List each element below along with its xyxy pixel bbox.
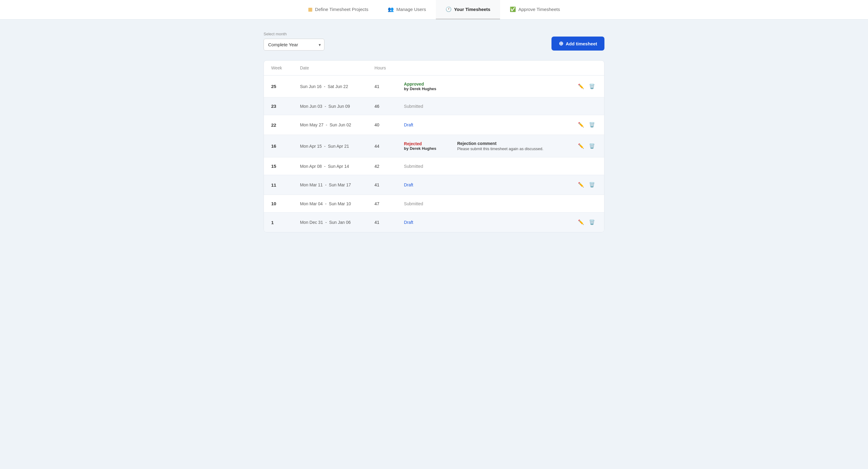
- cell-comment: [450, 97, 564, 115]
- cell-date: Mon Mar 04 - Sun Mar 10: [293, 195, 367, 212]
- cell-comment: [450, 175, 564, 195]
- cell-week: 10: [264, 195, 293, 212]
- status-submitted: Submitted: [404, 201, 442, 206]
- cell-week: 22: [264, 115, 293, 135]
- cell-actions: ✏️ 🗑️: [564, 76, 604, 97]
- tab-define-timesheet-projects[interactable]: ▦ Define Timesheet Projects: [298, 0, 378, 20]
- cell-hours: 42: [367, 157, 397, 175]
- cell-actions: [564, 195, 604, 212]
- controls-row: Select month Complete Year January Febru…: [264, 32, 604, 51]
- cell-hours: 47: [367, 195, 397, 212]
- tab-approve-timesheets[interactable]: ✅ Approve Timesheets: [500, 0, 570, 20]
- edit-button[interactable]: ✏️: [576, 181, 586, 188]
- delete-button[interactable]: 🗑️: [587, 121, 597, 128]
- rejection-comment-title: Rejection comment: [457, 141, 496, 146]
- cell-week: 23: [264, 97, 293, 115]
- grid-icon: ▦: [308, 6, 313, 12]
- rejection-comment-body: Please submit this timesheet again as di…: [457, 146, 557, 151]
- cell-status: Submitted: [397, 97, 450, 115]
- table-body: 25 Sun Jun 16 - Sat Jun 22 41 Approvedby…: [264, 76, 604, 232]
- tab-manage-users[interactable]: 👥 Manage Users: [378, 0, 436, 20]
- status-draft: Draft: [404, 122, 442, 127]
- col-header-status: [397, 61, 450, 76]
- delete-button[interactable]: 🗑️: [587, 219, 597, 226]
- cell-hours: 41: [367, 175, 397, 195]
- tab-approve-label: Approve Timesheets: [518, 7, 560, 12]
- status-rejected: Rejected: [404, 141, 442, 146]
- add-timesheet-label: Add timesheet: [566, 41, 597, 46]
- cell-date: Mon Jun 03 - Sun Jun 09: [293, 97, 367, 115]
- cell-date: Mon Apr 08 - Sun Apr 14: [293, 157, 367, 175]
- month-select[interactable]: Complete Year January February March Apr…: [264, 39, 324, 51]
- table-row: 1 Mon Dec 31 - Sun Jan 06 41 Draft ✏️ 🗑️: [264, 212, 604, 232]
- cell-week: 25: [264, 76, 293, 97]
- col-header-hours: Hours: [367, 61, 397, 76]
- rejection-comment: Rejection comment Please submit this tim…: [457, 141, 557, 151]
- col-header-week: Week: [264, 61, 293, 76]
- edit-button[interactable]: ✏️: [576, 121, 586, 128]
- edit-button[interactable]: ✏️: [576, 143, 586, 150]
- cell-week: 11: [264, 175, 293, 195]
- cell-status: Submitted: [397, 157, 450, 175]
- cell-week: 15: [264, 157, 293, 175]
- cell-comment: [450, 157, 564, 175]
- col-header-comment: [450, 61, 564, 76]
- cell-date: Mon Dec 31 - Sun Jan 06: [293, 212, 367, 232]
- cell-week: 16: [264, 135, 293, 157]
- col-header-date: Date: [293, 61, 367, 76]
- delete-button[interactable]: 🗑️: [587, 181, 597, 188]
- cell-status: Rejectedby Derek Hughes: [397, 135, 450, 157]
- users-icon: 👥: [388, 6, 394, 12]
- tab-your-label: Your Timesheets: [454, 7, 491, 12]
- top-navigation: ▦ Define Timesheet Projects 👥 Manage Use…: [0, 0, 868, 20]
- check-icon: ✅: [510, 6, 516, 12]
- edit-button[interactable]: ✏️: [576, 219, 586, 226]
- cell-actions: ✏️ 🗑️: [564, 175, 604, 195]
- cell-actions: [564, 97, 604, 115]
- table-row: 22 Mon May 27 - Sun Jun 02 40 Draft ✏️ 🗑…: [264, 115, 604, 135]
- cell-date: Mon Apr 15 - Sun Apr 21: [293, 135, 367, 157]
- status-draft: Draft: [404, 182, 442, 187]
- delete-button[interactable]: 🗑️: [587, 83, 597, 90]
- cell-comment: [450, 195, 564, 212]
- approved-by: by Derek Hughes: [404, 87, 442, 91]
- add-timesheet-icon: ⊕: [559, 40, 563, 47]
- cell-status: Submitted: [397, 195, 450, 212]
- table-row: 25 Sun Jun 16 - Sat Jun 22 41 Approvedby…: [264, 76, 604, 97]
- cell-hours: 41: [367, 76, 397, 97]
- cell-date: Sun Jun 16 - Sat Jun 22: [293, 76, 367, 97]
- month-select-group: Select month Complete Year January Febru…: [264, 32, 324, 51]
- cell-status: Approvedby Derek Hughes: [397, 76, 450, 97]
- cell-hours: 44: [367, 135, 397, 157]
- table-header-row: Week Date Hours: [264, 61, 604, 76]
- cell-date: Mon May 27 - Sun Jun 02: [293, 115, 367, 135]
- cell-actions: ✏️ 🗑️: [564, 135, 604, 157]
- timesheets-table: Week Date Hours 25 Sun Jun 16 - Sat Jun …: [264, 61, 604, 232]
- select-wrapper: Complete Year January February March Apr…: [264, 39, 324, 51]
- main-content: Select month Complete Year January Febru…: [251, 20, 617, 244]
- timesheets-table-container: Week Date Hours 25 Sun Jun 16 - Sat Jun …: [264, 60, 604, 232]
- cell-date: Mon Mar 11 - Sun Mar 17: [293, 175, 367, 195]
- tab-your-timesheets[interactable]: 🕐 Your Timesheets: [436, 0, 500, 20]
- cell-comment: [450, 212, 564, 232]
- status-draft: Draft: [404, 220, 442, 225]
- edit-button[interactable]: ✏️: [576, 83, 586, 90]
- clock-icon: 🕐: [445, 6, 452, 12]
- cell-actions: ✏️ 🗑️: [564, 212, 604, 232]
- delete-button[interactable]: 🗑️: [587, 143, 597, 150]
- cell-comment: [450, 76, 564, 97]
- select-month-label: Select month: [264, 32, 324, 36]
- cell-status: Draft: [397, 115, 450, 135]
- status-approved: Approved: [404, 82, 442, 87]
- status-submitted: Submitted: [404, 164, 442, 169]
- add-timesheet-button[interactable]: ⊕ Add timesheet: [552, 36, 604, 51]
- tab-define-label: Define Timesheet Projects: [315, 7, 368, 12]
- cell-actions: [564, 157, 604, 175]
- cell-actions: ✏️ 🗑️: [564, 115, 604, 135]
- table-row: 23 Mon Jun 03 - Sun Jun 09 46 Submitted: [264, 97, 604, 115]
- cell-comment: Rejection comment Please submit this tim…: [450, 135, 564, 157]
- tab-manage-label: Manage Users: [396, 7, 426, 12]
- rejected-by: by Derek Hughes: [404, 146, 442, 151]
- cell-comment: [450, 115, 564, 135]
- cell-hours: 40: [367, 115, 397, 135]
